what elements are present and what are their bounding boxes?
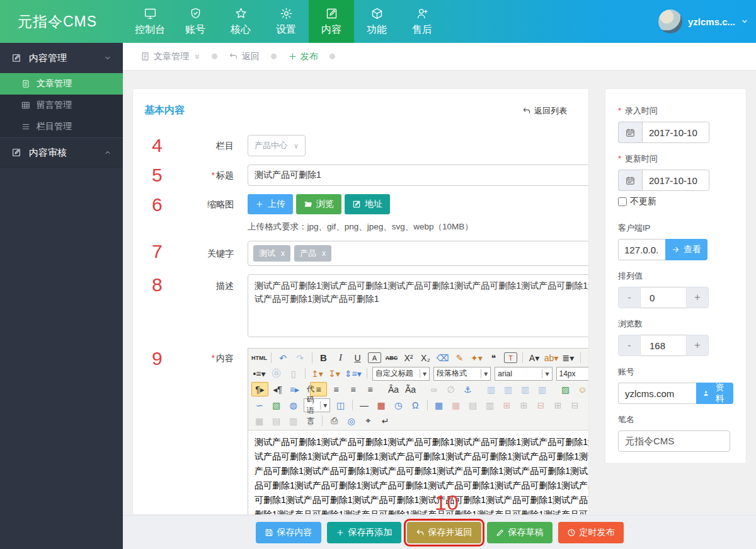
breadcrumb-page[interactable]: 文章管理 — [140, 51, 189, 62]
delete-row-icon[interactable]: ⊟ — [533, 398, 549, 412]
account-input[interactable] — [618, 383, 696, 404]
delete-table-icon[interactable]: ▦ — [448, 398, 464, 412]
decrement-button[interactable]: - — [618, 287, 641, 308]
time-icon[interactable]: ◷ — [391, 398, 406, 412]
timed-publish-button[interactable]: 定时发布 — [558, 522, 624, 543]
description-textarea[interactable]: 测试产品可删除1测试产品可删除1测试产品可删除1测试产品可删除1测试产品可删除1… — [248, 274, 589, 337]
horizontal-rule-icon[interactable]: — — [357, 398, 372, 412]
save-content-button[interactable]: 保存内容 — [256, 522, 321, 543]
remove-tag-icon[interactable]: x — [281, 249, 285, 258]
paragraph-format-select[interactable]: 段落格式 — [433, 367, 491, 381]
title-input[interactable] — [248, 165, 589, 186]
insert-table-icon[interactable]: ▦ — [431, 398, 447, 412]
undo-icon[interactable]: ↶ — [275, 351, 291, 364]
delete-col-icon[interactable]: ▥ — [285, 414, 301, 427]
source-code-icon[interactable]: HTML — [251, 351, 267, 364]
margin-bottom-icon[interactable]: ↧▾ — [326, 367, 342, 380]
blockquote-icon[interactable]: ❝ — [486, 351, 501, 364]
split-cells-icon[interactable]: ⊟ — [567, 398, 583, 412]
indent-icon[interactable]: ≡▸ — [287, 383, 302, 396]
bullet-list-icon[interactable]: •≡▾ — [251, 367, 267, 380]
highlight-color-icon[interactable]: ab▾ — [544, 351, 559, 364]
line-height-icon[interactable]: ⇕≡▾ — [343, 367, 363, 380]
upload-button[interactable]: 上传 — [248, 194, 293, 214]
italic-icon[interactable]: I — [333, 351, 348, 364]
image-icon[interactable]: ▨ — [558, 383, 573, 396]
table-full-icon[interactable]: ▦ — [584, 398, 589, 412]
redo-icon[interactable]: ↷ — [292, 351, 308, 364]
pen-name-input[interactable] — [618, 431, 730, 452]
link-icon[interactable]: ∞ — [426, 383, 442, 396]
sidebar-item-message-manage[interactable]: 留言管理 — [0, 95, 123, 116]
list-style-icon[interactable]: ≣▾ — [561, 351, 576, 364]
publish-link[interactable]: 发布 — [288, 51, 318, 62]
sidebar-group-content-manage[interactable]: 内容管理 — [0, 43, 123, 73]
calendar-addon[interactable] — [618, 122, 642, 143]
no-update-checkbox[interactable] — [618, 197, 627, 206]
strikethrough-icon[interactable]: ABC — [384, 351, 399, 364]
nav-item-content[interactable]: 内容 — [309, 0, 354, 43]
letter-spacing-decrease-icon[interactable]: Ãa — [403, 383, 418, 396]
entry-time-input[interactable] — [642, 122, 709, 143]
columns-icon[interactable]: ◫ — [333, 398, 348, 412]
align-right-icon[interactable]: ≡ — [345, 383, 361, 396]
client-ip-input[interactable] — [618, 239, 665, 260]
save-and-return-button[interactable]: 保存并返回 — [407, 522, 481, 543]
avatar[interactable] — [658, 9, 682, 33]
cell-props-icon[interactable]: ▥ — [482, 398, 498, 412]
back-link[interactable]: 返回 — [229, 51, 260, 62]
col-props-icon[interactable]: ▤ — [268, 414, 284, 427]
views-input[interactable] — [641, 335, 686, 356]
float-left-icon[interactable]: ▥ — [483, 383, 499, 396]
nav-item-support[interactable]: 售后 — [399, 0, 445, 43]
preview-icon[interactable]: ◎ — [343, 414, 359, 427]
browse-button[interactable]: 浏览 — [296, 194, 341, 214]
special-char-icon[interactable]: Ω — [408, 398, 423, 412]
nav-item-settings[interactable]: 设置 — [263, 0, 309, 43]
category-select[interactable]: 产品中心 ∨ — [248, 135, 306, 156]
insert-col-icon[interactable]: ⊞ — [516, 398, 532, 412]
code-language-select[interactable]: 代码语言 — [304, 398, 330, 412]
format-brush-icon[interactable]: ✎ — [452, 351, 467, 364]
print-icon[interactable]: ⎙ — [326, 414, 342, 427]
subscript-icon[interactable]: X₂ — [418, 351, 433, 364]
update-time-input[interactable] — [642, 170, 709, 191]
emoji-icon[interactable]: ☺ — [575, 383, 589, 396]
autotypeset-icon[interactable]: ✦▾ — [469, 351, 484, 364]
increment-button[interactable]: + — [686, 287, 709, 308]
indent-image-icon[interactable]: ▥ — [500, 383, 516, 396]
address-button[interactable]: 地址 — [345, 194, 390, 214]
nav-item-core[interactable]: 核心 — [218, 0, 263, 43]
align-justify-icon[interactable]: ≡ — [362, 383, 378, 396]
blank-page-icon[interactable]: ▯ — [285, 367, 301, 380]
eraser-icon[interactable]: ⌫ — [435, 351, 450, 364]
sort-input[interactable] — [641, 287, 686, 308]
increment-button[interactable]: + — [686, 335, 709, 356]
nav-item-console[interactable]: 控制台 — [127, 0, 173, 43]
enter-icon[interactable]: ↵ — [377, 414, 393, 427]
superscript-icon[interactable]: X² — [401, 351, 416, 364]
image-block-icon[interactable]: ▥ — [534, 383, 550, 396]
sidebar-group-content-review[interactable]: 内容审核 — [0, 137, 123, 168]
profile-button[interactable]: 资料 — [696, 383, 733, 404]
font-size-select[interactable]: 14px — [556, 367, 589, 381]
font-family-select[interactable]: arial — [495, 367, 552, 381]
date-icon[interactable]: ▦ — [374, 398, 389, 412]
font-style-icon[interactable]: A — [368, 352, 381, 363]
ltr-icon[interactable]: ¶▸ — [251, 382, 268, 396]
user-menu[interactable]: yzlcms.c... — [658, 0, 748, 43]
sidebar-item-column-manage[interactable]: 栏目管理 — [0, 116, 123, 137]
keywords-input[interactable]: 测试 x 产品 x — [248, 241, 589, 266]
page-break-icon[interactable]: ▯ — [302, 414, 318, 427]
rtl-icon[interactable]: ◂¶ — [270, 383, 285, 396]
multi-image-icon[interactable]: ▧ — [268, 398, 284, 412]
custom-title-select[interactable]: 自定义标题 — [372, 367, 430, 381]
fullscreen-icon[interactable]: ▣ — [584, 351, 589, 364]
back-to-list-link[interactable]: 返回列表 — [522, 105, 567, 117]
attachment-icon[interactable]: ∽ — [251, 398, 267, 412]
paste-text-icon[interactable]: T — [504, 352, 517, 363]
bold-icon[interactable]: B — [316, 351, 331, 364]
circle-a-icon[interactable]: ⓐ — [268, 367, 284, 380]
double-chevron-icon[interactable]: » — [193, 54, 203, 59]
calendar-addon[interactable] — [618, 170, 642, 191]
